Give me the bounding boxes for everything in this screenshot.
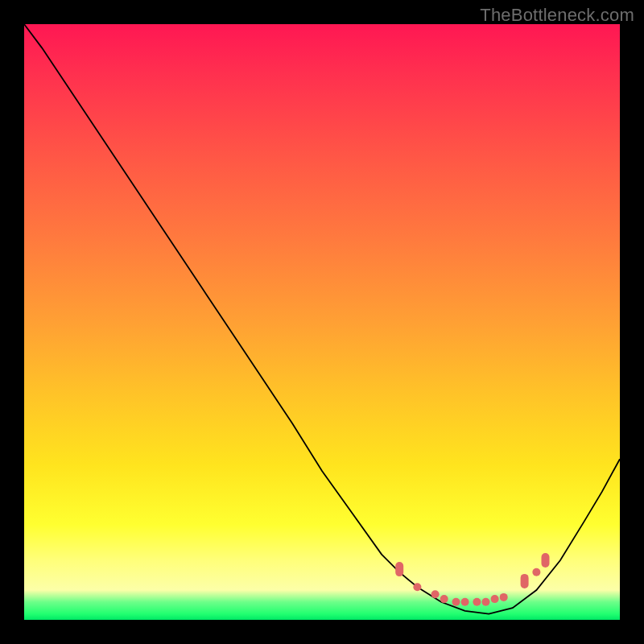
marker-dot xyxy=(532,568,540,576)
plot-area xyxy=(24,24,620,620)
marker-dot xyxy=(461,598,469,606)
marker-pill xyxy=(395,562,403,576)
marker-dot xyxy=(431,590,440,598)
marker-dot xyxy=(440,595,448,603)
marker-dot xyxy=(452,598,460,606)
marker-dot xyxy=(473,598,481,606)
chart-frame: TheBottleneck.com xyxy=(0,0,644,644)
chart-overlay xyxy=(24,24,620,620)
marker-pill xyxy=(542,553,550,568)
marker-dot xyxy=(413,583,421,591)
marker-dot xyxy=(482,598,490,606)
marker-pill xyxy=(521,574,529,588)
marker-dot xyxy=(491,595,499,603)
main-curve xyxy=(24,24,620,614)
watermark-text: TheBottleneck.com xyxy=(480,5,634,26)
marker-dot xyxy=(500,593,508,601)
